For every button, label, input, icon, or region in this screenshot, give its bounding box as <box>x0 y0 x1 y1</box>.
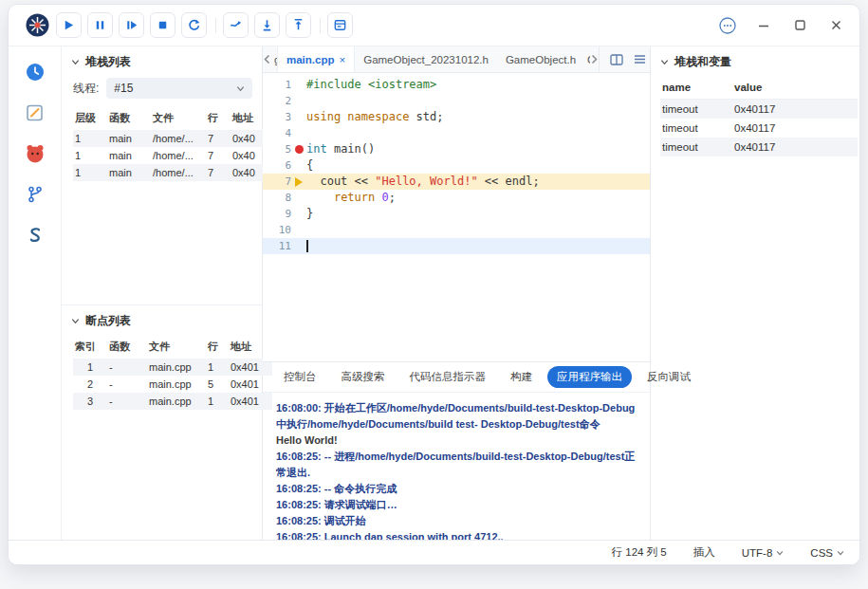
line-number[interactable]: 8 <box>263 190 291 206</box>
output-line: 16:08:25: 调试开始 <box>276 513 637 529</box>
close-button[interactable] <box>823 13 848 38</box>
code-line[interactable]: 5 int main() <box>263 141 650 157</box>
tab-menu-icon <box>634 54 646 64</box>
run-button[interactable] <box>56 12 82 38</box>
stop-button[interactable] <box>150 12 175 38</box>
app-window: 堆栈列表 线程: #15 层级 函数 文件 行 地址 1main/ <box>8 4 860 565</box>
step-into-icon <box>260 18 274 32</box>
chevron-down-icon <box>660 58 669 66</box>
maximize-icon <box>794 19 806 31</box>
chevron-down-icon <box>71 58 80 66</box>
text-cursor <box>306 240 308 252</box>
code-line[interactable]: 10 <box>263 222 650 238</box>
cursor-position[interactable]: 行 124 列 5 <box>612 545 667 560</box>
code-editor[interactable]: 1 #include <iostream> 2 3 using namespac… <box>263 73 650 361</box>
line-number[interactable]: 9 <box>263 206 291 222</box>
line-number[interactable]: 5 <box>263 141 291 157</box>
line-number[interactable]: 4 <box>263 125 291 141</box>
output-panel-button[interactable] <box>327 12 353 38</box>
maximize-button[interactable] <box>787 13 812 38</box>
branch-view-button[interactable] <box>23 182 47 207</box>
restart-button[interactable] <box>181 12 207 38</box>
execution-arrow-icon <box>295 177 303 187</box>
toolbar-separator <box>320 18 321 33</box>
tab-advanced-search[interactable]: 高级搜索 <box>332 366 395 388</box>
tab-gameobject-20231012-h[interactable]: GameObject_20231012.h <box>355 46 497 72</box>
tab-close-icon[interactable]: × <box>339 54 345 65</box>
history-view-button[interactable] <box>23 60 47 84</box>
syntax-select[interactable]: CSS <box>810 547 844 559</box>
line-number[interactable]: 6 <box>263 157 291 174</box>
line-number[interactable]: 10 <box>263 222 291 238</box>
tools-view-button[interactable] <box>23 223 47 248</box>
rebuild-button[interactable] <box>223 12 249 38</box>
application-output[interactable]: 16:08:00: 开始在工作区/home/hyde/Documents/bui… <box>263 392 650 540</box>
line-number[interactable]: 11 <box>263 238 291 254</box>
debug-icon <box>24 142 46 165</box>
editor-view-button[interactable] <box>23 101 47 125</box>
encoding-select[interactable]: UTF-8 <box>742 547 785 559</box>
line-number[interactable]: 2 <box>263 93 291 109</box>
split-view-icon <box>610 54 623 65</box>
code-line-current-execution[interactable]: 7 cout << "Hello, World!" << endl; <box>263 174 650 190</box>
split-view-button[interactable] <box>607 50 626 69</box>
code-line[interactable]: 9 } <box>263 206 650 222</box>
close-icon <box>830 19 842 31</box>
var-col-header: name <box>660 76 732 100</box>
pause-button[interactable] <box>87 12 113 38</box>
step-over-button[interactable] <box>119 12 144 38</box>
output-line: 16:08:25: -- 进程/home/hyde/Documents/buil… <box>276 449 637 481</box>
tab-console[interactable]: 控制台 <box>274 366 326 388</box>
step-into-button[interactable] <box>254 12 280 38</box>
stack-col-header: 层级 <box>73 106 107 130</box>
insert-mode-indicator[interactable]: 插入 <box>693 545 715 560</box>
line-number[interactable]: 7 <box>263 174 291 190</box>
code-line[interactable]: 4 <box>263 125 650 141</box>
thread-select[interactable]: #15 <box>106 78 252 99</box>
tab-menu-button[interactable] <box>630 50 649 69</box>
code-line[interactable]: 6 { <box>263 157 650 174</box>
breakpoint-icon[interactable] <box>295 145 304 154</box>
stack-section-header[interactable]: 堆栈列表 <box>62 46 262 76</box>
variables-table: name value timeout0x40117 timeout0x40117… <box>651 76 859 156</box>
breakpoint-section-header[interactable]: 断点列表 <box>62 305 262 335</box>
chevron-down-icon <box>236 84 245 93</box>
tab-scroll-left-button[interactable] <box>263 46 271 72</box>
app-logo-icon <box>25 12 50 38</box>
tab-app-output[interactable]: 应用程序输出 <box>547 366 632 388</box>
editor-tabbar: g main.cpp × GameObject_20231012.h GameO… <box>263 46 650 73</box>
tab-gameobject-h[interactable]: GameObject.h <box>497 46 584 72</box>
git-branch-icon <box>26 185 45 204</box>
chevron-down-icon <box>837 549 844 557</box>
minimize-icon <box>757 19 770 32</box>
bp-col-header: 文件 <box>147 335 206 359</box>
code-line[interactable]: 8 return 0; <box>263 190 650 206</box>
variables-section-title: 堆栈和变量 <box>674 54 731 70</box>
code-line[interactable]: 3 using namespace std; <box>263 109 650 125</box>
step-out-button[interactable] <box>286 12 311 38</box>
tab-code-info[interactable]: 代码信息指示器 <box>400 366 496 388</box>
tab-scroll-right-button[interactable] <box>590 46 599 72</box>
bp-col-header: 索引 <box>73 335 107 359</box>
tab-build[interactable]: 构建 <box>501 366 542 388</box>
status-bar: 行 124 列 5 插入 UTF-8 CSS <box>9 540 859 564</box>
chevron-right-icon <box>590 54 599 64</box>
minimize-button[interactable] <box>751 13 776 38</box>
history-icon <box>25 62 46 83</box>
variables-section-header[interactable]: 堆栈和变量 <box>651 46 859 76</box>
code-line-cursor[interactable]: 11 <box>263 238 650 254</box>
line-number[interactable]: 1 <box>263 77 291 93</box>
app-logo[interactable] <box>18 12 56 38</box>
more-button[interactable] <box>715 13 740 38</box>
rebuild-icon <box>229 18 243 32</box>
stack-section: 堆栈列表 线程: #15 层级 函数 文件 行 地址 1main/ <box>62 46 262 304</box>
debug-view-button[interactable] <box>23 141 47 166</box>
code-line[interactable]: 2 <box>263 93 650 109</box>
output-line: 16:08:25: Launch dap session with port 4… <box>276 529 637 540</box>
main-content: 堆栈列表 线程: #15 层级 函数 文件 行 地址 1main/ <box>9 46 859 540</box>
code-line[interactable]: 1 #include <iostream> <box>263 77 650 93</box>
s-tool-icon <box>26 226 45 245</box>
tab-main-cpp[interactable]: main.cpp × <box>277 46 355 72</box>
stack-col-header: 行 <box>206 106 231 130</box>
line-number[interactable]: 3 <box>263 109 291 125</box>
